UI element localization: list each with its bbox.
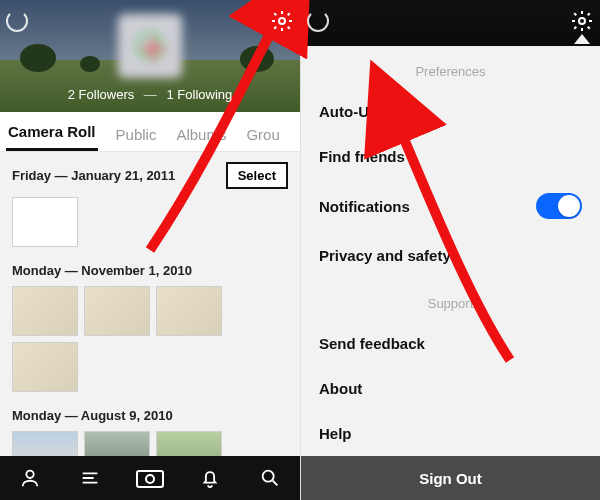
section-preferences: Preferences (301, 46, 600, 89)
select-button[interactable]: Select (226, 162, 288, 189)
menu-send-feedback[interactable]: Send feedback (301, 321, 600, 366)
menu-label: Send feedback (319, 335, 425, 352)
followers-count: 2 (68, 87, 75, 102)
menu-label: Notifications (319, 198, 410, 215)
group-title: Monday — August 9, 2010 (12, 408, 173, 423)
date-group: Friday — January 21, 2011 Select (0, 152, 300, 253)
menu-about[interactable]: About (301, 366, 600, 411)
svg-point-0 (279, 18, 285, 24)
profile-icon[interactable] (11, 463, 49, 493)
menu-label: Auto-Uploadr (319, 103, 415, 120)
menu-find-friends[interactable]: Find friends (301, 134, 600, 179)
section-support: Support (301, 278, 600, 321)
menu-privacy-safety[interactable]: Privacy and safety (301, 233, 600, 278)
menu-label: Find friends (319, 148, 405, 165)
photo-thumb[interactable] (84, 286, 150, 336)
menu-help[interactable]: Help (301, 411, 600, 456)
svg-point-4 (263, 471, 274, 482)
photo-thumb[interactable] (12, 197, 78, 247)
photo-thumb[interactable] (156, 286, 222, 336)
settings-screen: Preferences Auto-Uploadr Find friends No… (301, 0, 600, 500)
settings-header (301, 0, 600, 46)
menu-label: Privacy and safety (319, 247, 451, 264)
profile-tabs: Camera Roll Public Albums Grou (0, 112, 300, 152)
tab-albums[interactable]: Albums (174, 126, 228, 151)
gear-icon[interactable] (570, 9, 594, 33)
notifications-toggle[interactable] (536, 193, 582, 219)
tab-public[interactable]: Public (114, 126, 159, 151)
menu-label: Help (319, 425, 352, 442)
feed-icon[interactable] (71, 463, 109, 493)
bottom-nav (0, 456, 300, 500)
svg-point-3 (146, 475, 154, 483)
svg-rect-2 (137, 471, 163, 487)
search-icon[interactable] (251, 463, 289, 493)
menu-auto-uploadr[interactable]: Auto-Uploadr (301, 89, 600, 134)
group-title: Monday — November 1, 2010 (12, 263, 192, 278)
separator: — (144, 87, 157, 102)
gear-icon[interactable] (270, 9, 294, 33)
camera-icon[interactable] (131, 463, 169, 493)
profile-cover: 2 Followers — 1 Following (0, 0, 300, 112)
popover-pointer (574, 34, 590, 44)
photo-thumb[interactable] (12, 342, 78, 392)
group-title: Friday — January 21, 2011 (12, 168, 175, 183)
menu-notifications[interactable]: Notifications (301, 179, 600, 233)
following-count: 1 (166, 87, 173, 102)
date-group: Monday — November 1, 2010 (0, 253, 300, 398)
follow-stats: 2 Followers — 1 Following (0, 87, 300, 102)
refresh-icon[interactable] (307, 10, 329, 32)
refresh-icon[interactable] (6, 10, 28, 32)
camera-roll-screen: 2 Followers — 1 Following Camera Roll Pu… (0, 0, 301, 500)
tab-camera-roll[interactable]: Camera Roll (6, 123, 98, 151)
followers-label: Followers (79, 87, 135, 102)
svg-point-1 (26, 471, 33, 478)
photo-thumb[interactable] (12, 286, 78, 336)
notifications-icon[interactable] (191, 463, 229, 493)
sign-out-button[interactable]: Sign Out (301, 456, 600, 500)
tab-groups[interactable]: Grou (244, 126, 281, 151)
menu-label: About (319, 380, 362, 397)
following-label: Following (177, 87, 232, 102)
svg-point-5 (579, 18, 585, 24)
